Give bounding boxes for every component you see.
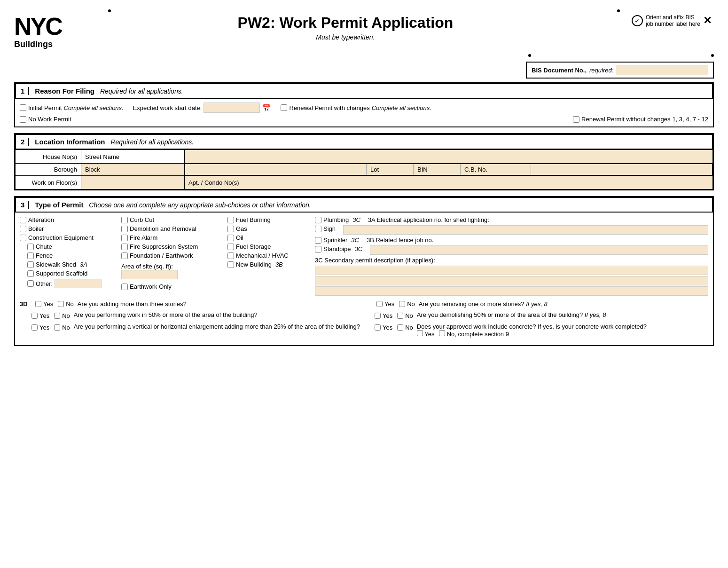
q1r-no-checkbox[interactable] bbox=[399, 301, 405, 307]
construction-equipment-checkbox[interactable] bbox=[20, 235, 26, 241]
fuel-burning-label: Fuel Burning bbox=[236, 216, 271, 223]
q2r-yes-label: Yes bbox=[383, 312, 392, 319]
permit-col-2: Curb Cut Demolition and Removal Fire Ala… bbox=[121, 216, 220, 297]
standpipe-row: Standpipe 3C bbox=[315, 245, 708, 255]
boiler-checkbox[interactable] bbox=[20, 226, 26, 232]
cb-no-input[interactable] bbox=[535, 166, 708, 173]
q1-no-checkbox[interactable] bbox=[58, 301, 64, 307]
supported-scaffold-checkbox[interactable] bbox=[27, 270, 34, 277]
mechanical-hvac-checkbox[interactable] bbox=[227, 252, 234, 259]
house-no-label-cell: House No(s) bbox=[16, 150, 81, 164]
secondary-desc-input-1[interactable] bbox=[315, 266, 708, 275]
area-of-site-label: Area of site (sq. ft): bbox=[121, 263, 173, 270]
secondary-desc-input-2[interactable] bbox=[315, 276, 708, 285]
sign-checkbox[interactable] bbox=[315, 226, 321, 232]
new-building-checkbox[interactable] bbox=[227, 261, 234, 268]
fence-label: Fence bbox=[36, 252, 53, 259]
q2-left-text: Are you performing work in 50% or more o… bbox=[74, 311, 365, 318]
bis-document-input[interactable] bbox=[616, 65, 708, 75]
q3r-concrete-yes-checkbox[interactable] bbox=[417, 330, 423, 336]
floor-input[interactable] bbox=[85, 178, 180, 187]
gas-checkbox[interactable] bbox=[227, 226, 234, 232]
curb-cut-checkbox[interactable] bbox=[121, 217, 128, 223]
mechanical-hvac-item: Mechanical / HVAC bbox=[227, 252, 307, 259]
renewal-with-changes-checkbox[interactable] bbox=[281, 104, 287, 111]
supported-scaffold-label: Supported Scaffold bbox=[36, 270, 87, 277]
initial-permit-checkbox[interactable] bbox=[20, 104, 26, 111]
q1r-yes-checkbox[interactable] bbox=[376, 301, 383, 307]
3d-questions-section: 3D Yes No Are you adding more than three… bbox=[20, 300, 708, 338]
renewal-without-changes-checkbox[interactable] bbox=[573, 116, 579, 123]
block-input[interactable] bbox=[189, 166, 362, 173]
secondary-desc-input-3[interactable] bbox=[315, 286, 708, 296]
bis-document-label: BIS Document No., bbox=[532, 67, 587, 74]
related-fence-label: 3B Related fence job no. bbox=[367, 237, 433, 244]
fire-suppression-checkbox[interactable] bbox=[121, 244, 128, 250]
q1r-yes-label: Yes bbox=[384, 300, 394, 308]
other-label: Other: bbox=[36, 280, 53, 287]
curb-cut-label: Curb Cut bbox=[130, 216, 154, 223]
standpipe-checkbox[interactable] bbox=[315, 246, 321, 252]
fuel-burning-item: Fuel Burning bbox=[227, 216, 307, 223]
fuel-burning-checkbox[interactable] bbox=[227, 217, 234, 223]
q3-yes-checkbox[interactable] bbox=[31, 324, 38, 331]
q3r-no-checkbox[interactable] bbox=[397, 324, 403, 331]
other-input[interactable] bbox=[55, 279, 102, 288]
electrical-app-input[interactable] bbox=[343, 225, 708, 235]
demolition-checkbox[interactable] bbox=[121, 226, 128, 232]
q-row-3: Yes No Are you performing a vertical or … bbox=[20, 323, 708, 338]
sprinkler-checkbox[interactable] bbox=[315, 237, 321, 244]
q1-yes-checkbox[interactable] bbox=[35, 301, 41, 307]
fuel-storage-checkbox[interactable] bbox=[227, 244, 234, 250]
alteration-checkbox[interactable] bbox=[20, 217, 26, 223]
fence-checkbox[interactable] bbox=[27, 252, 34, 259]
calendar-icon[interactable]: 📅 bbox=[262, 103, 271, 112]
q2-yes-label: Yes bbox=[39, 312, 49, 319]
q2-yes-checkbox[interactable] bbox=[31, 313, 38, 319]
q-row-1: 3D Yes No Are you adding more than three… bbox=[20, 300, 708, 308]
q3r-no-label: No bbox=[405, 324, 413, 331]
page-title: PW2: Work Permit Application bbox=[62, 14, 629, 32]
plumbing-checkbox[interactable] bbox=[315, 217, 321, 223]
section3-title-italic: Choose one and complete any appropriate … bbox=[87, 201, 311, 209]
bis-required-italic: required: bbox=[589, 67, 613, 74]
q2r-no-checkbox[interactable] bbox=[397, 313, 403, 319]
street-name-input[interactable] bbox=[188, 152, 709, 161]
fire-alarm-checkbox[interactable] bbox=[121, 235, 128, 241]
q1-yes-label: Yes bbox=[43, 300, 53, 308]
block-lot-row: Lot BIN C.B. No. bbox=[185, 164, 713, 176]
q3-no-checkbox[interactable] bbox=[54, 324, 60, 331]
apt-condo-input[interactable] bbox=[245, 179, 557, 186]
section3-number: 3 bbox=[21, 201, 29, 209]
section3-content: Alteration Boiler Construction Equipment… bbox=[15, 213, 713, 345]
section1-number: 1 bbox=[21, 87, 29, 95]
sign-item: Sign bbox=[315, 225, 336, 232]
sidewalk-shed-checkbox[interactable] bbox=[27, 261, 34, 268]
new-building-3b-tag: 3B bbox=[275, 261, 283, 268]
floor-label-cell: Work on Floor(s) bbox=[16, 176, 81, 189]
bis-document-box: BIS Document No., required: bbox=[526, 62, 714, 79]
permit-col-4: Plumbing 3C 3A Electrical application no… bbox=[315, 216, 708, 297]
section3-header: 3 Type of Permit Choose one and complete… bbox=[15, 197, 713, 213]
related-fence-input[interactable] bbox=[370, 245, 708, 255]
q2-yes-no-left: Yes No bbox=[31, 312, 70, 319]
other-checkbox[interactable] bbox=[27, 280, 34, 287]
foundation-checkbox[interactable] bbox=[121, 252, 128, 259]
oil-checkbox[interactable] bbox=[227, 235, 234, 241]
section2-wrapper: 2 Location Information Required for all … bbox=[14, 133, 714, 190]
standpipe-3c-tag: 3C bbox=[355, 245, 363, 252]
no-work-permit-checkbox[interactable] bbox=[20, 116, 26, 123]
q3r-concrete-no-checkbox[interactable] bbox=[439, 330, 445, 336]
chute-checkbox[interactable] bbox=[27, 244, 34, 250]
area-of-site-wrap: Area of site (sq. ft): bbox=[121, 263, 220, 279]
q3r-yes-checkbox[interactable] bbox=[375, 324, 381, 331]
initial-permit-italic: Complete all sections. bbox=[64, 104, 124, 111]
expected-date-input[interactable] bbox=[204, 103, 260, 113]
earthwork-only-checkbox[interactable] bbox=[121, 284, 128, 290]
q2r-yes-checkbox[interactable] bbox=[375, 313, 381, 319]
bis-label-area: ✓ Orient and affix BIS job number label … bbox=[629, 14, 714, 29]
fuel-storage-label: Fuel Storage bbox=[236, 243, 271, 250]
q2-no-checkbox[interactable] bbox=[54, 313, 60, 319]
section1-title-italic: Required for all applications. bbox=[98, 87, 183, 95]
area-of-site-input[interactable] bbox=[121, 270, 178, 279]
